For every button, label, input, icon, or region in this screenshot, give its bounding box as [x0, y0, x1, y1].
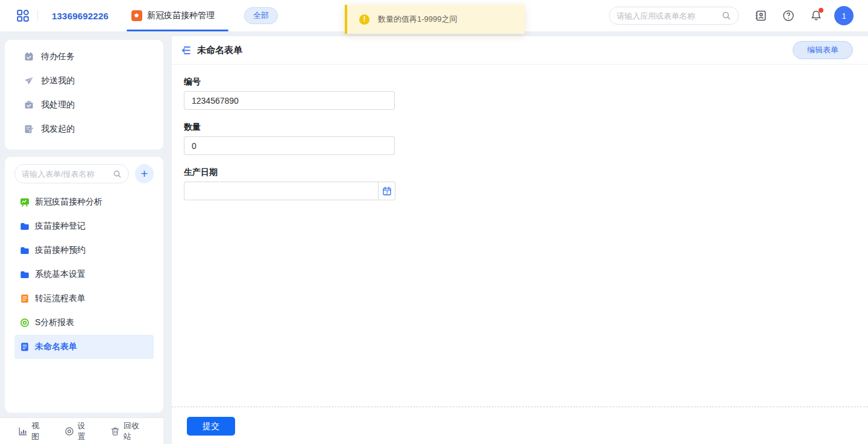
- folder-icon: [20, 246, 30, 255]
- form-search[interactable]: [14, 164, 129, 183]
- main-panel: 未命名表单 编辑表单 编号 数量 生产日期 7: [172, 36, 868, 444]
- app-icon: [131, 10, 142, 21]
- collapse-back-icon[interactable]: [180, 45, 191, 56]
- sidebar-form-item[interactable]: 系统基本设置: [14, 262, 154, 287]
- sidebar-form-label: 新冠疫苗接种分析: [35, 197, 102, 208]
- form-search-input[interactable]: [22, 170, 113, 179]
- field-label: 生产日期: [184, 167, 868, 178]
- sidebar-form-item[interactable]: S分析报表: [14, 311, 154, 335]
- field-label: 编号: [184, 77, 868, 87]
- sidebar-footer: 视图设置回收站: [0, 417, 163, 444]
- sidebar-task-item[interactable]: 抄送我的: [5, 69, 163, 93]
- sidebar-form-label: S分析报表: [35, 317, 74, 328]
- sidebar-footer-settings[interactable]: 设置: [64, 420, 90, 442]
- calendar-check-icon: [24, 52, 34, 62]
- sidebar-task-item[interactable]: 我处理的: [5, 93, 163, 117]
- tab-active-underline: [127, 30, 228, 31]
- sidebar-form-item[interactable]: 疫苗接种登记: [14, 214, 154, 238]
- sidebar-form-label: 转运流程表单: [35, 293, 86, 304]
- folder-icon: [20, 270, 30, 279]
- target-icon: [20, 318, 30, 328]
- global-search-input[interactable]: [617, 11, 722, 21]
- sidebar-task-label: 我发起的: [41, 124, 75, 135]
- bar-chart-icon: [18, 427, 28, 436]
- sidebar-footer-label: 视图: [31, 420, 44, 442]
- tab-app-current[interactable]: 新冠疫苗接种管理: [127, 0, 228, 31]
- form-body: 编号 数量 生产日期 7: [172, 65, 868, 200]
- sidebar-form-item[interactable]: 疫苗接种预约: [14, 238, 154, 262]
- app-launcher-icon[interactable]: [17, 10, 29, 22]
- validation-toast: ! 数量的值再1-9999之间: [345, 5, 524, 34]
- search-icon: [113, 170, 122, 179]
- add-form-button[interactable]: +: [135, 164, 154, 183]
- warning-icon: !: [359, 14, 370, 25]
- sidebar-forms-card: + 新冠疫苗接种分析疫苗接种登记疫苗接种预约系统基本设置转运流程表单S分析报表未…: [5, 157, 163, 413]
- notification-bell-icon[interactable]: [810, 10, 822, 22]
- sidebar-footer-label: 设置: [78, 420, 90, 442]
- field-quantity: 数量: [184, 122, 868, 155]
- sidebar-footer-trash[interactable]: 回收站: [110, 420, 143, 442]
- production-date-input[interactable]: [184, 182, 379, 200]
- sidebar-task-label: 我处理的: [41, 100, 75, 110]
- edit-form-button[interactable]: 编辑表单: [793, 41, 853, 59]
- doc-orange-icon: [20, 294, 30, 303]
- sidebar-task-label: 待办任务: [41, 51, 75, 62]
- trash-icon: [110, 427, 120, 436]
- calendar-icon[interactable]: 7: [379, 182, 395, 200]
- sidebar-task-item[interactable]: 我发起的: [5, 117, 163, 141]
- sidebar-footer-label: 回收站: [124, 420, 143, 442]
- sidebar-task-item[interactable]: 待办任务: [5, 45, 163, 69]
- submit-button[interactable]: 提交: [187, 417, 235, 436]
- chart-board-icon: [20, 197, 30, 207]
- notification-badge: [819, 8, 823, 13]
- sidebar-form-item[interactable]: 新冠疫苗接种分析: [14, 190, 154, 214]
- sidebar-tasks-card: 待办任务抄送我的我处理的我发起的: [5, 40, 163, 150]
- page-title: 未命名表单: [197, 45, 242, 56]
- sidebar-task-label: 抄送我的: [41, 75, 75, 86]
- tab-app-label: 新冠疫苗接种管理: [147, 10, 215, 21]
- field-label: 数量: [184, 122, 868, 133]
- toast-message: 数量的值再1-9999之间: [378, 14, 457, 25]
- search-icon: [722, 11, 731, 21]
- quantity-input[interactable]: [184, 136, 395, 155]
- filter-all-pill[interactable]: 全部: [244, 7, 278, 24]
- contacts-icon[interactable]: [755, 10, 767, 22]
- sidebar-form-label: 疫苗接种预约: [35, 245, 86, 256]
- case-check-icon: [24, 100, 34, 110]
- sidebar-form-label: 疫苗接种登记: [35, 221, 86, 232]
- global-search[interactable]: [609, 7, 739, 25]
- footer-divider: [172, 407, 868, 407]
- sidebar-form-label: 系统基本设置: [35, 269, 86, 280]
- sidebar-form-item[interactable]: 未命名表单: [14, 335, 154, 359]
- send-icon: [24, 76, 34, 86]
- field-production-date: 生产日期 7: [184, 167, 868, 200]
- field-number: 编号: [184, 77, 868, 110]
- number-input[interactable]: [184, 91, 395, 110]
- divider: [37, 10, 38, 21]
- folder-icon: [20, 221, 30, 231]
- svg-text:7: 7: [386, 190, 388, 194]
- sidebar-footer-bar-chart[interactable]: 视图: [18, 420, 44, 442]
- doc-edit-icon: [24, 124, 34, 134]
- avatar[interactable]: 1: [834, 6, 854, 25]
- doc-blue-icon: [20, 342, 30, 352]
- user-phone-number[interactable]: 13369692226: [52, 11, 108, 21]
- main-header: 未命名表单 编辑表单: [172, 36, 868, 65]
- sidebar-form-item[interactable]: 转运流程表单: [14, 287, 154, 311]
- settings-icon: [64, 427, 74, 436]
- help-icon[interactable]: [782, 10, 794, 22]
- sidebar-form-label: 未命名表单: [35, 341, 77, 352]
